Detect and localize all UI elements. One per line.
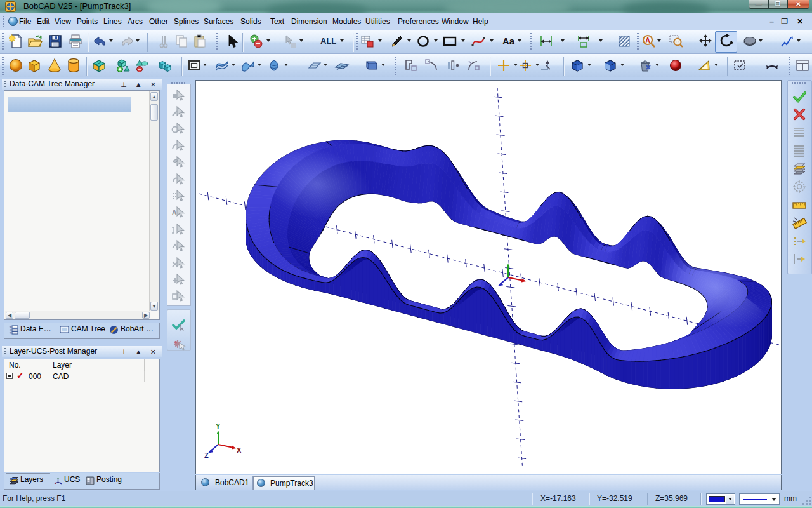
svg-text:A: A [172, 209, 176, 216]
svg-text:Z: Z [204, 451, 209, 459]
svg-text:A: A [646, 37, 650, 44]
svg-text:Y: Y [216, 422, 221, 430]
svg-text:X: X [237, 446, 242, 454]
svg-text:Aa: Aa [502, 36, 515, 46]
